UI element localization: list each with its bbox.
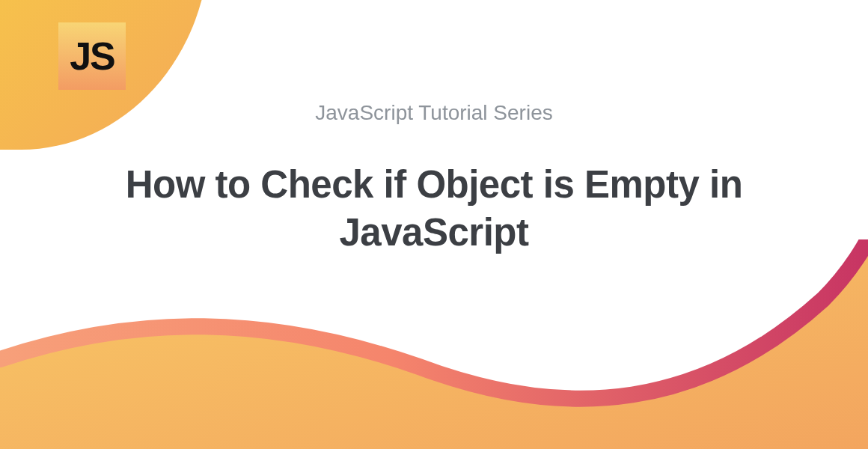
content-area: JavaScript Tutorial Series How to Check … — [0, 101, 868, 257]
js-logo-text: JS — [70, 34, 114, 79]
series-subtitle: JavaScript Tutorial Series — [60, 101, 808, 125]
js-logo-badge: JS — [58, 22, 126, 90]
decorative-bottom-wave — [0, 239, 868, 449]
